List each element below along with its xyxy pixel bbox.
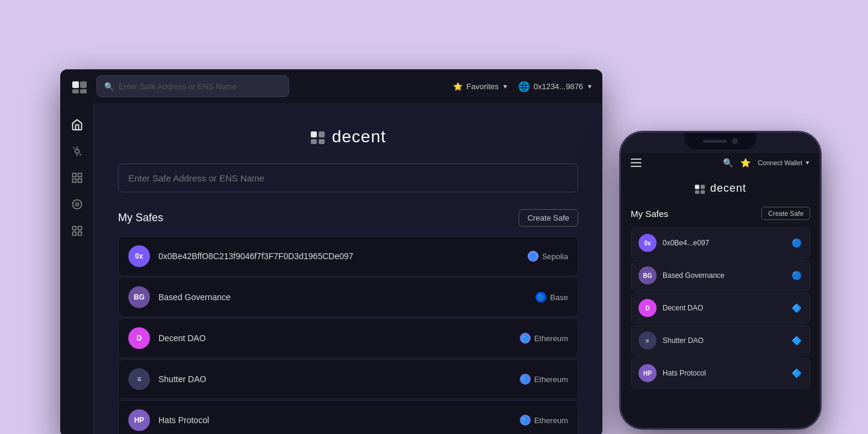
phone-connect-label: Connect Wallet [758, 159, 802, 166]
network-label: Ethereum [534, 416, 568, 425]
phone-topbar: 🔍 ⭐ Connect Wallet ▼ [621, 153, 820, 172]
phone-main-content: decent My Safes Create Safe 0x 0x0Be4...… [621, 172, 820, 428]
svg-rect-20 [319, 131, 325, 137]
safe-avatar: BG [128, 286, 150, 308]
phone-safe-list-item[interactable]: 0x 0x0Be4...e097 🔵 [631, 227, 810, 259]
safe-name: Based Governance [158, 292, 535, 302]
svg-rect-11 [72, 179, 76, 183]
svg-rect-17 [72, 232, 76, 236]
decent-brand-name: decent [332, 127, 386, 146]
network-icon: 🔷 [520, 333, 531, 344]
safe-network: 🔷 Ethereum [520, 415, 568, 426]
phone-safe-name: Hats Protocol [663, 369, 790, 377]
phone-safe-avatar: ≡ [639, 332, 657, 350]
svg-rect-23 [695, 184, 699, 189]
svg-rect-19 [311, 131, 317, 137]
network-label: Ethereum [534, 334, 568, 343]
wallet-button[interactable]: 🌐 0x1234...9876 ▼ [518, 81, 593, 92]
svg-rect-10 [78, 174, 81, 177]
safe-list-item[interactable]: ≡ Shutter DAO 🔷 Ethereum [118, 359, 578, 399]
sidebar-item-modules[interactable] [65, 219, 89, 243]
safe-name: 0x0Be42BffO8C213f9046f7f3F7F0D3d1965CDe0… [158, 251, 528, 261]
svg-line-8 [80, 154, 81, 155]
phone-notch [684, 133, 757, 149]
sidebar-item-home[interactable] [65, 113, 89, 137]
phone-safe-list-item[interactable]: BG Based Governance 🔵 [631, 260, 810, 291]
create-safe-button[interactable]: Create Safe [519, 209, 578, 227]
content-area: decent My Safes Create Safe 0x 0x0Be42Bf… [94, 103, 602, 434]
phone-safe-list-item[interactable]: ≡ Shutter DAO 🔷 [631, 325, 810, 356]
sidebar-item-treasury[interactable] [65, 192, 89, 216]
phone-safe-list-item[interactable]: HP Hats Protocol 🔷 [631, 357, 810, 389]
top-search-bar[interactable]: 🔍 Enter Safe Address or ENS Name [96, 75, 289, 97]
phone-network-icon: 🔷 [790, 302, 802, 314]
phone-safe-list-item[interactable]: D Decent DAO 🔷 [631, 292, 810, 324]
phone-network-icon: 🔵 [790, 237, 802, 249]
my-safes-title: My Safes [118, 212, 163, 224]
safe-name: Decent DAO [158, 333, 520, 343]
sidebar-item-transactions[interactable] [65, 139, 89, 163]
svg-rect-0 [72, 81, 79, 88]
svg-rect-9 [72, 174, 76, 177]
favorites-label: Favorites [466, 82, 498, 91]
safe-avatar: ≡ [128, 368, 150, 390]
safe-list-item[interactable]: 0x 0x0Be42BffO8C213f9046f7f3F7F0D3d1965C… [118, 236, 578, 276]
safe-network: 🌀 Sepolia [528, 251, 568, 262]
safe-list: 0x 0x0Be42BffO8C213f9046f7f3F7F0D3d1965C… [118, 236, 578, 434]
phone-safe-name: Shutter DAO [663, 336, 790, 345]
phone-my-safes-header: My Safes Create Safe [631, 207, 810, 220]
network-icon: 🔷 [520, 415, 531, 426]
network-label: Base [550, 293, 568, 302]
phone-connect-wallet-button[interactable]: Connect Wallet ▼ [758, 159, 810, 166]
safe-avatar: D [128, 327, 150, 349]
phone-safe-avatar: HP [639, 364, 657, 382]
network-icon: 🔷 [520, 374, 531, 385]
phone-brand-name: decent [710, 182, 746, 195]
phone-create-safe-button[interactable]: Create Safe [761, 207, 810, 220]
phone-network-icon: 🔵 [790, 269, 802, 281]
safe-avatar: HP [128, 409, 150, 431]
safe-list-item[interactable]: HP Hats Protocol 🔷 Ethereum [118, 400, 578, 434]
phone-safe-avatar: 0x [639, 234, 657, 252]
wallet-chevron-icon: ▼ [587, 83, 593, 90]
decent-logo: decent [118, 127, 578, 146]
safe-network: 🔵 Base [535, 292, 568, 303]
network-label: Sepolia [542, 252, 568, 261]
top-bar: 🔍 Enter Safe Address or ENS Name ⭐ Favor… [60, 69, 602, 103]
network-label: Ethereum [534, 375, 568, 384]
my-safes-header: My Safes Create Safe [118, 209, 578, 227]
safe-list-item[interactable]: D Decent DAO 🔷 Ethereum [118, 318, 578, 358]
safe-name: Hats Protocol [158, 415, 520, 425]
hamburger-menu-button[interactable] [631, 159, 642, 167]
phone-speaker [703, 140, 727, 143]
safe-list-item[interactable]: BG Based Governance 🔵 Base [118, 277, 578, 317]
safe-avatar: 0x [128, 245, 150, 267]
star-icon: ⭐ [453, 82, 463, 91]
phone-safe-name: Based Governance [663, 271, 790, 280]
sidebar [60, 103, 94, 434]
svg-rect-12 [78, 179, 81, 183]
svg-rect-25 [695, 190, 699, 193]
phone-safe-name: Decent DAO [663, 304, 790, 312]
svg-rect-3 [80, 89, 87, 93]
svg-point-14 [75, 203, 78, 206]
phone-network-icon: 🔷 [790, 335, 802, 347]
main-search-input[interactable] [118, 163, 578, 192]
favorites-chevron-icon: ▼ [502, 83, 508, 90]
svg-rect-1 [80, 81, 87, 88]
phone-network-icon: 🔷 [790, 367, 802, 379]
favorites-button[interactable]: ⭐ Favorites ▼ [453, 82, 508, 91]
wallet-address: 0x1234...9876 [534, 82, 583, 91]
phone-connect-chevron: ▼ [805, 160, 810, 166]
phone-camera [732, 138, 738, 144]
safe-network: 🔷 Ethereum [520, 374, 568, 385]
network-icon: 🌀 [528, 251, 539, 262]
desktop-window: 🔍 Enter Safe Address or ENS Name ⭐ Favor… [60, 69, 602, 434]
phone-favorites-icon[interactable]: ⭐ [740, 158, 751, 168]
mobile-phone: 🔍 ⭐ Connect Wallet ▼ decent My [621, 133, 820, 428]
svg-rect-22 [319, 139, 325, 144]
phone-content: 🔍 ⭐ Connect Wallet ▼ decent My [621, 133, 820, 428]
sidebar-item-assets[interactable] [65, 166, 89, 190]
phone-search-icon[interactable]: 🔍 [723, 158, 733, 168]
phone-safe-avatar: D [639, 299, 657, 317]
